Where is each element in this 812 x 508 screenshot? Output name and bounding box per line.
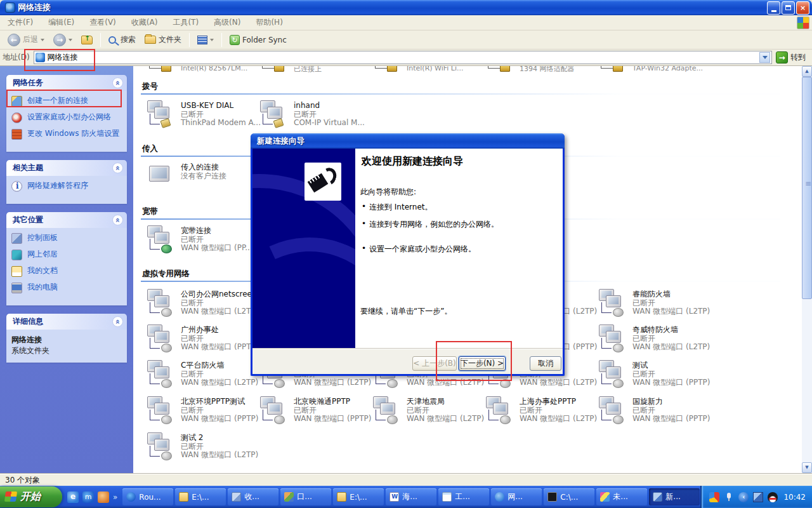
collapse-tray-icon[interactable]: ‹	[738, 492, 749, 502]
connection-item[interactable]: 测试已断开WAN 微型端口 (PPTP)	[598, 360, 709, 393]
lan-connection-item[interactable]: 1394 网络适配器	[485, 66, 596, 74]
sidebar-panel: 其它位置»控制面板网上邻居我的文档我的电脑	[6, 212, 127, 305]
task-button[interactable]: 工...	[438, 488, 489, 505]
task-button[interactable]: 海...	[386, 488, 436, 505]
window-titlebar[interactable]: 网络连接 ×	[0, 0, 812, 15]
task-button[interactable]: 收...	[228, 488, 278, 505]
task-button[interactable]: 口...	[280, 488, 331, 505]
sidebar-item[interactable]: 我的电脑	[11, 283, 123, 293]
connection-item[interactable]: 公司办公网netscreen已断开WAN 微型端口 (L2TP)	[146, 289, 258, 322]
messenger-icon[interactable]	[98, 491, 109, 503]
connection-item[interactable]: 北京映瀚通PPTP已断开WAN 微型端口 (PPTP)	[259, 396, 370, 429]
restore-button[interactable]	[782, 1, 795, 15]
cancel-button[interactable]: 取消	[530, 356, 561, 371]
scroll-up-button[interactable]: ▲	[802, 66, 812, 77]
back-button[interactable]: ← 后退	[4, 32, 48, 48]
menu-item[interactable]: 工具(T)	[165, 15, 206, 30]
connection-item[interactable]: 天津地震局已断开WAN 微型端口 (L2TP)	[372, 396, 483, 429]
sidebar-item[interactable]: 控制面板	[11, 233, 123, 244]
sidebar-item[interactable]: 我的文档	[11, 266, 123, 277]
collapse-chevron-icon[interactable]: »	[112, 77, 123, 88]
lan-connection-item[interactable]: TAP-Win32 Adapte...	[598, 66, 709, 74]
connection-item[interactable]: 国旋新力已断开WAN 微型端口 (PPTP)	[598, 396, 709, 429]
connection-item[interactable]: 奇威特防火墙已断开WAN 微型端口 (L2TP)	[598, 324, 709, 358]
folder-sync-button[interactable]: ↻ Folder Sync	[226, 32, 291, 48]
maxthon-icon[interactable]: m	[82, 491, 94, 503]
task-button[interactable]: C:\...	[544, 488, 594, 505]
lan-connection-item[interactable]: Intel(R) 82567LM...	[146, 66, 258, 74]
sidebar-panel-header[interactable]: 其它位置»	[6, 212, 127, 228]
firewall-icon	[11, 129, 22, 140]
connection-item[interactable]: C平台防火墙已断开WAN 微型端口 (L2TP)	[146, 360, 258, 393]
task-button[interactable]: 未...	[596, 488, 647, 505]
search-button[interactable]: 搜索	[105, 32, 140, 48]
address-dropdown-button[interactable]	[759, 52, 770, 63]
up-button[interactable]	[77, 32, 96, 48]
sidebar-item[interactable]: 设置家庭或小型办公网络	[11, 112, 123, 123]
sidebar-item[interactable]: 网络疑难解答程序	[11, 181, 123, 192]
collapse-chevron-icon[interactable]: »	[112, 316, 123, 327]
close-button[interactable]: ×	[796, 1, 809, 15]
connection-item[interactable]: 测试 2已断开WAN 微型端口 (L2TP)	[146, 432, 258, 465]
menu-item[interactable]: 帮助(H)	[248, 15, 290, 30]
computer-icon-part	[149, 166, 169, 182]
views-button[interactable]	[193, 32, 218, 48]
address-input[interactable]: 网络连接	[34, 51, 772, 64]
task-button[interactable]: E:\...	[333, 488, 384, 505]
screen: 网络连接 × 文件(F)编辑(E)查看(V)收藏(A)工具(T)高级(N)帮助(…	[0, 0, 812, 508]
sidebar-panel-header[interactable]: 详细信息»	[6, 314, 127, 330]
sidebar-panel-header[interactable]: 相关主题»	[6, 160, 127, 176]
menu-item[interactable]: 收藏(A)	[124, 15, 166, 30]
forward-icon: →	[53, 34, 66, 46]
network-tray-icon[interactable]	[753, 492, 763, 502]
go-icon: →	[776, 51, 788, 64]
wizard-watermark	[252, 149, 355, 348]
connection-item[interactable]: 睿能防火墙已断开WAN 微型端口 (L2TP)	[598, 289, 709, 322]
task-button[interactable]: Rou...	[122, 488, 173, 505]
menu-item[interactable]: 高级(N)	[206, 15, 248, 30]
task-label: 未...	[613, 491, 627, 502]
menu-item[interactable]: 查看(V)	[82, 15, 124, 30]
connection-item[interactable]: 传入的连接没有客户连接	[146, 162, 258, 195]
menu-item[interactable]: 文件(F)	[0, 15, 41, 30]
connection-item[interactable]: 广州办事处已断开WAN 微型端口 (PPTP)	[146, 324, 258, 358]
sidebar-panel-header[interactable]: 网络任务»	[6, 75, 127, 91]
connection-item[interactable]: 上海办事处PPTP已断开WAN 微型端口 (L2TP)	[485, 396, 596, 429]
internet-explorer-icon[interactable]: e	[67, 491, 79, 503]
connection-status: 已断开	[181, 370, 258, 379]
connection-item[interactable]: USB-KEY DIAL已断开ThinkPad Modem A...	[146, 100, 258, 133]
sogou-input-icon[interactable]	[709, 492, 719, 502]
forward-button[interactable]: →	[49, 32, 76, 48]
sidebar-panel: 网络任务»创建一个新的连接设置家庭或小型办公网络更改 Windows 防火墙设置	[6, 75, 127, 152]
task-button[interactable]: 网...	[491, 488, 542, 505]
menu-item[interactable]: 编辑(E)	[41, 15, 82, 30]
lan-connection-item[interactable]: Intel(R) WiFi Li...	[372, 66, 483, 74]
quick-launch-chevron-icon[interactable]: »	[113, 493, 117, 502]
task-button[interactable]: E:\...	[175, 488, 226, 505]
collapse-chevron-icon[interactable]: »	[112, 215, 123, 225]
connection-item[interactable]: inhand已断开COM-IP Virtual M...	[259, 100, 370, 133]
toolbar-separator	[221, 33, 222, 47]
dialog-titlebar[interactable]: 新建连接向导	[251, 133, 565, 149]
sidebar-item[interactable]: 更改 Windows 防火墙设置	[11, 129, 123, 140]
go-button[interactable]: → 转到	[776, 51, 809, 64]
folders-button[interactable]: 文件夹	[141, 32, 185, 48]
minimize-button[interactable]	[767, 1, 780, 15]
connection-device: WAN 微型端口 (L2TP)	[520, 378, 597, 387]
collapse-chevron-icon[interactable]: »	[112, 163, 123, 173]
scroll-down-button[interactable]: ▼	[802, 462, 812, 473]
lan-connection-item[interactable]: 已连接上	[259, 66, 370, 74]
microphone-icon[interactable]	[724, 492, 734, 502]
start-button[interactable]: 开始	[0, 486, 62, 507]
taskbar: 开始 » em Rou...E:\...收...口...E:\...海...工.…	[0, 486, 812, 508]
scrollbar-thumb[interactable]	[802, 77, 812, 299]
vpn-sub-icon	[161, 344, 172, 352]
wizard-continue-text: 要继续，请单击“下一步”。	[360, 306, 452, 317]
task-button[interactable]: 新...	[649, 488, 700, 505]
connection-item[interactable]: 宽带连接已断开WAN 微型端口 (PP...	[146, 225, 258, 258]
vertical-scrollbar[interactable]: ▲ ▼	[802, 66, 812, 473]
connection-item[interactable]: 北京环境PPTP测试已断开WAN 微型端口 (PPTP)	[146, 396, 258, 429]
qq-icon[interactable]	[768, 492, 778, 502]
views-icon	[197, 36, 207, 44]
sidebar-item[interactable]: 网上邻居	[11, 250, 123, 260]
